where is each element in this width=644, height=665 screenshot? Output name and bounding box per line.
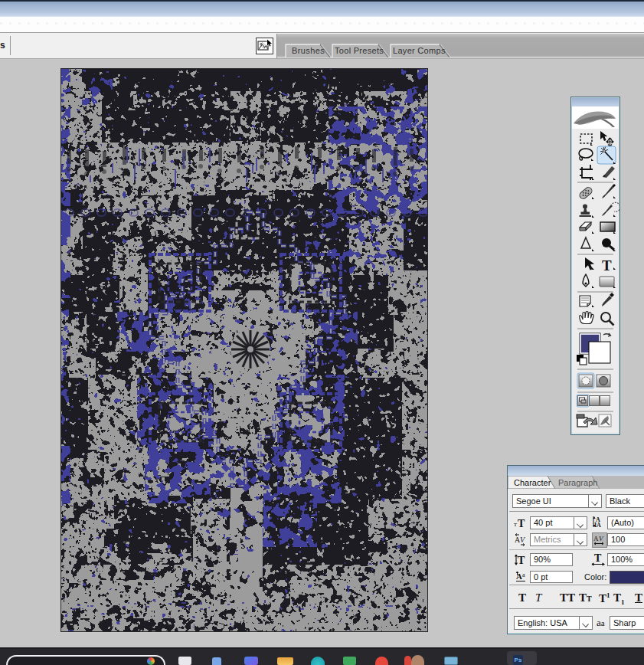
svg-text:т: т [514,520,517,528]
svg-text:T: T [518,518,525,529]
svg-text:V: V [520,536,526,544]
svg-text:V: V [599,535,604,542]
svg-text:a: a [522,572,525,578]
svg-text:T: T [594,552,602,564]
svg-text:Layer Comps: Layer Comps [393,46,446,55]
svg-text:Brushes: Brushes [292,46,325,55]
svg-text:Tool Presets: Tool Presets [335,46,384,55]
svg-text:A: A [593,535,599,542]
svg-text:IA: IA [594,522,601,529]
svg-text:Paragraph: Paragraph [558,478,597,487]
svg-text:T: T [518,555,525,566]
svg-text:T: T [602,257,612,274]
svg-text:Character: Character [514,478,551,487]
